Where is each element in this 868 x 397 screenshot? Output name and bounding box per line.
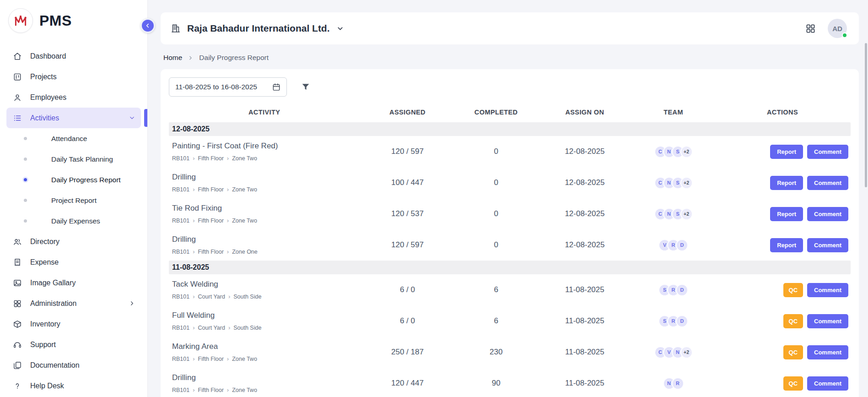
sidebar-item-expense[interactable]: Expense bbox=[6, 252, 141, 272]
assigned-value: 100 / 447 bbox=[360, 178, 455, 187]
chevron-right-icon: › bbox=[227, 386, 229, 393]
sidebar-subitem-daily-progress-report[interactable]: Daily Progress Report bbox=[6, 169, 141, 190]
team-avatar[interactable]: D bbox=[676, 284, 688, 296]
breadcrumb-home[interactable]: Home bbox=[163, 54, 182, 62]
directory-icon bbox=[13, 237, 22, 246]
completed-value: 0 bbox=[455, 209, 537, 218]
path-segment: RB101 bbox=[172, 155, 189, 162]
path-segment: Fifth Floor bbox=[198, 218, 224, 224]
sidebar-item-employees[interactable]: Employees bbox=[6, 87, 141, 108]
sidebar-item-support[interactable]: Support bbox=[6, 334, 141, 355]
sidebar-item-image-gallary[interactable]: Image Gallary bbox=[6, 272, 141, 293]
calendar-icon[interactable] bbox=[272, 82, 281, 92]
path-segment: Zone Two bbox=[232, 155, 257, 162]
report-button[interactable]: Report bbox=[770, 238, 803, 252]
team-avatars: SRD bbox=[632, 284, 714, 296]
assigned-value: 120 / 597 bbox=[360, 240, 455, 250]
sidebar-item-administration[interactable]: Administration bbox=[6, 293, 141, 314]
column-header-activity: ACTIVITY bbox=[169, 109, 360, 116]
completed-value: 230 bbox=[455, 348, 537, 357]
home-icon bbox=[13, 52, 22, 61]
completed-value: 0 bbox=[455, 240, 537, 250]
comment-button[interactable]: Comment bbox=[807, 376, 848, 391]
sidebar-nav: DashboardProjectsEmployeesActivitiesAtte… bbox=[6, 46, 141, 396]
report-button[interactable]: Report bbox=[770, 145, 803, 159]
sidebar-item-projects[interactable]: Projects bbox=[6, 66, 141, 87]
sidebar-item-label: Directory bbox=[30, 238, 59, 246]
team-extra-badge[interactable]: +2 bbox=[680, 177, 693, 189]
activity-path: RB101›Court Yard›South Side bbox=[172, 324, 360, 331]
sidebar-subitem-daily-expenses[interactable]: Daily Expenses bbox=[6, 211, 141, 231]
path-segment: Fifth Floor bbox=[198, 155, 224, 162]
assign-on-value: 12-08-2025 bbox=[537, 240, 633, 250]
team-extra-badge[interactable]: +2 bbox=[680, 346, 693, 359]
path-segment: RB101 bbox=[172, 387, 189, 393]
comment-button[interactable]: Comment bbox=[807, 283, 848, 297]
sidebar: PMS DashboardProjectsEmployeesActivities… bbox=[0, 0, 148, 397]
sidebar-subitem-attendance[interactable]: Attendance bbox=[6, 128, 141, 149]
sidebar-item-activities[interactable]: Activities bbox=[6, 108, 141, 128]
activity-row: Drilling RB101›Fifth Floor›Zone Two 120 … bbox=[169, 368, 851, 397]
sidebar-subitem-project-report[interactable]: Project Report bbox=[6, 190, 141, 211]
column-header-assign-on: ASSIGN ON bbox=[537, 109, 633, 116]
row-actions: QCComment bbox=[714, 345, 851, 359]
path-segment: RB101 bbox=[172, 218, 189, 224]
team-avatars: CVN+2 bbox=[632, 346, 714, 359]
sidebar-item-inventory[interactable]: Inventory bbox=[6, 314, 141, 334]
qc-button[interactable]: QC bbox=[783, 283, 803, 297]
team-avatars: CNS+2 bbox=[632, 146, 714, 158]
chevron-right-icon: › bbox=[193, 248, 194, 255]
chevron-down-icon bbox=[336, 25, 344, 33]
date-range-input[interactable]: 11-08-2025 to 16-08-2025 bbox=[169, 77, 287, 97]
path-segment: South Side bbox=[233, 294, 261, 300]
company-selector[interactable]: Raja Bahadur International Ltd. bbox=[171, 23, 344, 34]
sidebar-item-help-desk[interactable]: Help Desk bbox=[6, 375, 141, 396]
team-extra-badge[interactable]: +2 bbox=[680, 208, 693, 220]
team-extra-badge[interactable]: +2 bbox=[680, 146, 693, 158]
team-avatar[interactable]: R bbox=[672, 377, 684, 390]
qc-button[interactable]: QC bbox=[783, 345, 803, 359]
app-name: PMS bbox=[39, 12, 72, 29]
report-button[interactable]: Report bbox=[770, 176, 803, 190]
team-avatar[interactable]: D bbox=[676, 239, 688, 251]
sidebar-item-label: Dashboard bbox=[30, 52, 66, 60]
activity-name: Drilling bbox=[172, 373, 360, 382]
apps-grid-icon[interactable] bbox=[805, 23, 816, 34]
chevron-right-icon: › bbox=[228, 293, 230, 300]
sidebar-submenu-activities: AttendanceDaily Task PlanningDaily Progr… bbox=[6, 128, 141, 231]
main-area: Raja Bahadur International Ltd. AD Home … bbox=[148, 0, 868, 397]
report-button[interactable]: Report bbox=[770, 207, 803, 221]
sidebar-collapse-button[interactable] bbox=[140, 18, 155, 33]
sidebar-item-label: Activities bbox=[30, 114, 59, 122]
comment-button[interactable]: Comment bbox=[807, 345, 848, 359]
qc-button[interactable]: QC bbox=[783, 376, 803, 391]
comment-button[interactable]: Comment bbox=[807, 238, 848, 252]
comment-button[interactable]: Comment bbox=[807, 314, 848, 328]
comment-button[interactable]: Comment bbox=[807, 145, 848, 159]
path-segment: Zone Two bbox=[232, 356, 257, 362]
bullet-dot-icon bbox=[24, 219, 27, 223]
row-actions: ReportComment bbox=[714, 238, 851, 252]
progress-table: ACTIVITY ASSIGNED COMPLETED ASSIGN ON TE… bbox=[169, 102, 851, 397]
row-actions: QCComment bbox=[714, 376, 851, 391]
sidebar-subitem-daily-task-planning[interactable]: Daily Task Planning bbox=[6, 149, 141, 169]
sidebar-item-documentation[interactable]: Documentation bbox=[6, 355, 141, 375]
filter-funnel-icon[interactable] bbox=[301, 82, 311, 92]
assigned-value: 250 / 187 bbox=[360, 348, 455, 357]
qc-button[interactable]: QC bbox=[783, 314, 803, 328]
path-segment: Fifth Floor bbox=[198, 249, 224, 255]
path-segment: RB101 bbox=[172, 294, 189, 300]
team-avatar[interactable]: D bbox=[676, 315, 688, 327]
user-avatar[interactable]: AD bbox=[828, 19, 847, 38]
comment-button[interactable]: Comment bbox=[807, 176, 848, 190]
date-group-header: 12-08-2025 bbox=[169, 122, 851, 136]
projects-icon bbox=[13, 72, 22, 82]
vertical-scrollbar[interactable] bbox=[865, 43, 867, 187]
comment-button[interactable]: Comment bbox=[807, 207, 848, 221]
sidebar-item-directory[interactable]: Directory bbox=[6, 231, 141, 252]
sidebar-item-dashboard[interactable]: Dashboard bbox=[6, 46, 141, 66]
bullet-dot-icon bbox=[24, 158, 27, 161]
activity-row: Painting - First Coat (Fire Red) RB101›F… bbox=[169, 136, 851, 167]
team-avatars: CNS+2 bbox=[632, 177, 714, 189]
sidebar-item-label: Inventory bbox=[30, 320, 60, 328]
